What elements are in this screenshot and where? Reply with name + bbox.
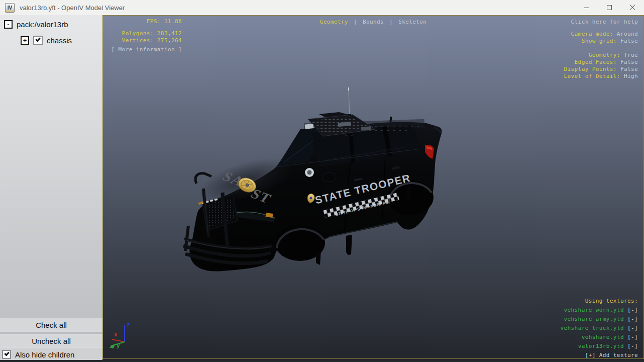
maximize-button[interactable] [598,0,621,15]
setting-display-points[interactable]: Display Points:False [564,66,638,73]
chassis-checkbox[interactable] [33,36,43,45]
remove-texture-button[interactable]: [-] [627,325,638,331]
axis-z-label: z [127,321,130,328]
collapse-icon[interactable]: - [4,20,13,29]
texture-name: vehshare_truck.ytd [561,325,624,331]
stats-overlay: FPS: 11.88 Polygons: 283,412 Vertices: 2… [109,18,182,53]
checkmark-icon [35,36,40,42]
also-hide-children-row[interactable]: Also hide children [0,348,102,360]
fps-value: FPS: 11.88 [109,18,182,25]
axis-y-label: y [117,342,120,349]
texture-row: vehshare_worn.ytd[-] [561,306,638,315]
also-hide-children-checkbox[interactable] [2,350,11,359]
setting-show-grid[interactable]: Show grid:False [564,38,638,45]
remove-texture-button[interactable]: [-] [627,316,638,322]
close-icon [629,5,635,11]
setting-edged-faces[interactable]: Edged Faces:False [564,59,638,66]
texture-row: vehshare_army.ytd[-] [561,315,638,324]
tree-row-pack[interactable]: - pack:/valor13rb [0,18,102,30]
textures-panel: Using textures: vehshare_worn.ytd[-] veh… [561,297,638,359]
tab-bounds[interactable]: Bounds [363,19,384,25]
vehicle-model: SA ST STATE TROOPER [183,87,442,272]
titlebar[interactable]: IV valor13rb.yft - OpenIV Model Viewer [0,0,644,15]
viewer-settings: Click here for help Camera mode:Around S… [564,19,638,80]
checkmark-icon [4,351,9,356]
axis-gizmo: z x y [109,321,130,349]
model-tree: - pack:/valor13rb + chassis [0,18,102,46]
tree-row-chassis[interactable]: + chassis [0,34,102,46]
minimize-button[interactable] [575,0,598,15]
also-hide-children-label: Also hide children [15,350,74,359]
render-viewport[interactable]: SA ST STATE TROOPER [102,15,644,359]
textures-header: Using textures: [561,297,638,306]
remove-texture-button[interactable]: [-] [627,334,638,340]
close-button[interactable] [621,0,644,15]
window-title: valor13rb.yft - OpenIV Model Viewer [20,4,125,12]
setting-level-of-detail[interactable]: Level of Detail:High [564,73,638,80]
check-all-button[interactable]: Check all [0,318,102,332]
texture-row: vehshare.ytd[-] [561,333,638,342]
model-tree-sidebar: - pack:/valor13rb + chassis Check all Un… [0,15,102,360]
texture-name: vehshare_army.ytd [564,316,624,322]
openiv-model-viewer-window: IV valor13rb.yft - OpenIV Model Viewer -… [0,0,644,362]
polygons-value: Polygons: 283,412 [109,30,182,37]
texture-row: valor13rb.ytd[-] [561,342,638,351]
tab-separator: | [389,19,393,25]
texture-name: valor13rb.ytd [578,343,624,349]
tab-separator: | [354,19,357,25]
tree-label-pack[interactable]: pack:/valor13rb [17,20,68,29]
uncheck-all-button[interactable]: Uncheck all [0,334,102,348]
help-link[interactable]: Click here for help [564,19,638,26]
setting-camera-mode[interactable]: Camera mode:Around [564,31,638,38]
axis-x-label: x [114,331,118,338]
texture-row: vehshare_truck.ytd[-] [561,324,638,333]
maximize-icon [607,5,612,10]
setting-geometry[interactable]: Geometry:True [564,52,638,59]
add-texture-button[interactable]: [+] Add texture [561,351,638,359]
tree-label-chassis[interactable]: chassis [47,36,72,45]
texture-name: vehshare.ytd [582,334,624,340]
tab-geometry[interactable]: Geometry [320,19,348,25]
tab-skeleton[interactable]: Skeleton [398,19,426,25]
render-mode-tabs: Geometry | Bounds | Skeleton [319,19,428,26]
minimize-icon [584,8,589,8]
expand-icon[interactable]: + [21,36,29,45]
remove-texture-button[interactable]: [-] [627,343,638,349]
more-information-link[interactable]: [ More information ] [109,46,182,53]
remove-texture-button[interactable]: [-] [627,307,638,313]
texture-name: vehshare_worn.ytd [564,307,624,313]
vertices-value: Vertices: 275,264 [109,37,182,44]
app-icon: IV [5,3,15,13]
